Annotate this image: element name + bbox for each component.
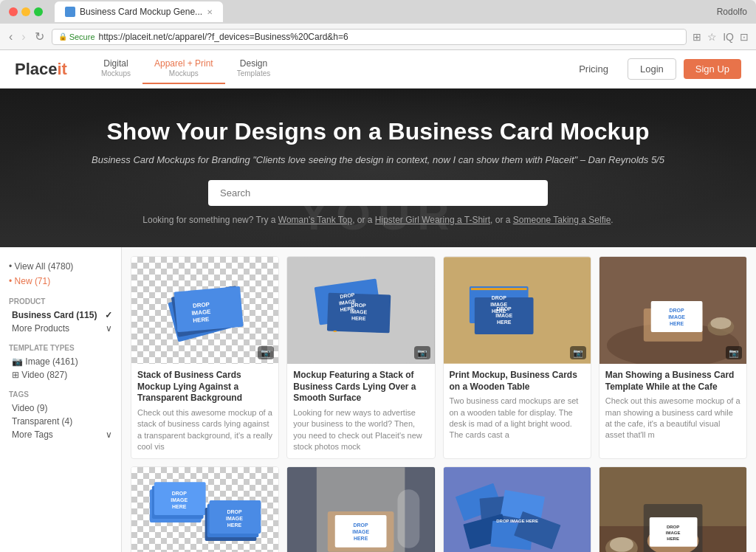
checkmark-icon: ✓: [105, 310, 112, 320]
product-card-5[interactable]: DROP IMAGE HERE DROP IMAGE HERE 📷: [131, 466, 279, 552]
hero-search-input[interactable]: [208, 180, 548, 206]
card-image-5: DROP IMAGE HERE DROP IMAGE HERE 📷: [131, 467, 278, 552]
sidebar-more-products[interactable]: More Products ∨: [9, 322, 112, 335]
url-box[interactable]: 🔒 Secure https://placeit.net/c/apparel/?…: [52, 29, 687, 45]
extensions-icon[interactable]: ⊡: [740, 31, 749, 43]
signup-button[interactable]: Sign Up: [684, 59, 741, 79]
card-desc-3: Two business card mockups are set on a w…: [450, 396, 585, 441]
product-grid: DROP IMAGE HERE 📷 Stack of Business Card…: [131, 256, 747, 552]
product-card-6[interactable]: DROP IMAGE HERE 📷 Man Handing a Business…: [286, 466, 435, 552]
nav-apparel[interactable]: Apparel + Print Mockups: [142, 54, 225, 83]
product-card-7[interactable]: DROP IMAGE HERE 📷 Business Card Mockup o…: [443, 466, 591, 552]
card-info-2: Mockup Featuring a Stack of Business Car…: [287, 364, 434, 458]
camera-icon-2: 📷: [414, 346, 430, 359]
nav-digital[interactable]: Digital Mockups: [89, 54, 142, 83]
tab-title: Business Card Mockup Gene...: [80, 7, 202, 17]
card-title-3: Print Mockup, Business Cards on a Wooden…: [450, 370, 585, 393]
browser-window: Business Card Mockup Gene... ✕ Rodolfo ‹…: [0, 0, 756, 552]
pricing-button[interactable]: Pricing: [567, 59, 620, 79]
svg-text:HERE: HERE: [354, 536, 368, 541]
svg-text:DROP: DROP: [351, 303, 367, 308]
svg-rect-57: [398, 490, 420, 549]
card-image-2: DROP IMAGE HERE DROP IMAGE HERE 📷: [287, 257, 434, 364]
sidebar-more-tags[interactable]: More Tags ∨: [9, 428, 112, 441]
svg-text:DROP: DROP: [496, 306, 511, 311]
tab-bar: Business Card Mockup Gene... ✕: [55, 1, 223, 22]
product-card-2[interactable]: DROP IMAGE HERE DROP IMAGE HERE 📷: [286, 256, 435, 459]
site-nav: Placeit Digital Mockups Apparel + Print …: [0, 50, 756, 89]
reload-button[interactable]: ↻: [33, 30, 46, 44]
svg-text:DROP: DROP: [227, 509, 241, 514]
svg-text:DROP IMAGE HERE: DROP IMAGE HERE: [496, 519, 538, 523]
minimize-button[interactable]: [21, 7, 30, 16]
product-card-3[interactable]: DROP IMAGE HERE DROP IMAGE HERE 📷 Print …: [443, 256, 591, 459]
site-logo[interactable]: Placeit: [15, 60, 67, 79]
hero-section: Show Your Designs on a Business Card Moc…: [0, 89, 756, 247]
product-card-4[interactable]: DROP IMAGE HERE 📷 Man Showing a Business…: [599, 256, 747, 459]
sidebar-image[interactable]: 📷 Image (4161): [9, 355, 112, 368]
login-button[interactable]: Login: [628, 58, 676, 80]
url-text: https://placeit.net/c/apparel/?f_devices…: [99, 32, 348, 42]
chevron-down-icon: ∨: [106, 323, 112, 334]
hero-link-hipster[interactable]: Hipster Girl Wearing a T-Shirt: [375, 215, 490, 225]
svg-text:HERE: HERE: [667, 537, 679, 541]
svg-text:IMAGE: IMAGE: [666, 531, 681, 535]
svg-text:IMAGE: IMAGE: [226, 516, 243, 521]
title-bar: Business Card Mockup Gene... ✕ Rodolfo: [0, 0, 756, 24]
nav-design[interactable]: Design Templates: [225, 54, 283, 83]
svg-point-75: [610, 537, 633, 552]
svg-text:HERE: HERE: [172, 504, 187, 509]
svg-text:HERE: HERE: [227, 522, 242, 528]
card-title-2: Mockup Featuring a Stack of Business Car…: [293, 370, 428, 404]
card-desc-1: Check out this awesome mockup of a stack…: [137, 407, 272, 453]
camera-icon-3: 📷: [570, 346, 586, 359]
card-image-8: DROP IMAGE HERE 📷: [599, 467, 746, 552]
sidebar-new[interactable]: • New (71): [9, 274, 112, 289]
sidebar-tag-video[interactable]: Video (9): [9, 401, 112, 415]
main-content: • View All (4780) • New (71) Product Bus…: [0, 247, 756, 552]
address-actions: ⊞ ☆ IQ ⊡: [693, 31, 749, 43]
sidebar-view-all[interactable]: • View All (4780): [9, 259, 112, 274]
close-button[interactable]: [9, 7, 18, 16]
svg-text:HERE: HERE: [193, 316, 210, 324]
product-card-8[interactable]: DROP IMAGE HERE 📷 Business Man Handing a…: [599, 466, 747, 552]
product-card-1[interactable]: DROP IMAGE HERE 📷 Stack of Business Card…: [131, 256, 279, 459]
sidebar-video[interactable]: ⊞ Video (827): [9, 368, 112, 382]
forward-button[interactable]: ›: [20, 30, 27, 44]
hero-links: Looking for something new? Try a Woman's…: [15, 215, 741, 225]
svg-point-36: [710, 317, 731, 329]
svg-text:DROP: DROP: [491, 295, 506, 300]
svg-text:HERE: HERE: [497, 320, 512, 325]
sidebar-tags-section: Tags: [9, 390, 112, 399]
svg-text:HERE: HERE: [670, 321, 684, 326]
svg-text:HERE: HERE: [351, 316, 366, 322]
card-info-3: Print Mockup, Business Cards on a Wooden…: [444, 364, 591, 447]
card-image-6: DROP IMAGE HERE 📷: [287, 467, 434, 552]
website: Placeit Digital Mockups Apparel + Print …: [0, 50, 756, 552]
card-image-7: DROP IMAGE HERE 📷: [444, 467, 591, 552]
hero-link-selfie[interactable]: Someone Taking a Selfie: [513, 215, 611, 225]
traffic-lights: [9, 7, 43, 16]
hero-link-tanktop[interactable]: Woman's Tank Top: [278, 215, 352, 225]
chevron-down-icon-tags: ∨: [106, 429, 112, 440]
sidebar-template-types: Template Types: [9, 344, 112, 352]
card-image-1: DROP IMAGE HERE 📷: [131, 257, 278, 364]
sidebar-business-card[interactable]: Business Card (115) ✓: [9, 308, 112, 322]
tab-close-icon[interactable]: ✕: [207, 8, 213, 16]
sidebar-product-section: Product: [9, 297, 112, 306]
camera-icon-4: 📷: [726, 346, 742, 359]
card-desc-4: Check out this awesome mockup of a man s…: [605, 396, 740, 441]
sidebar-tag-transparent[interactable]: Transparent (4): [9, 415, 112, 428]
iq-icon[interactable]: IQ: [723, 31, 734, 43]
grid-area: DROP IMAGE HERE 📷 Stack of Business Card…: [122, 247, 756, 552]
sidebar: • View All (4780) • New (71) Product Bus…: [0, 247, 122, 552]
back-button[interactable]: ‹: [7, 30, 14, 44]
svg-text:DROP: DROP: [172, 491, 187, 496]
bookmark-icon[interactable]: ☆: [707, 31, 717, 43]
maximize-button[interactable]: [34, 7, 43, 16]
rss-icon: ⊞: [693, 31, 701, 43]
nav-right: Pricing Login Sign Up: [567, 58, 741, 80]
camera-icon-1: 📷: [258, 346, 274, 359]
secure-text: Secure: [69, 32, 95, 41]
browser-tab[interactable]: Business Card Mockup Gene... ✕: [55, 1, 223, 22]
